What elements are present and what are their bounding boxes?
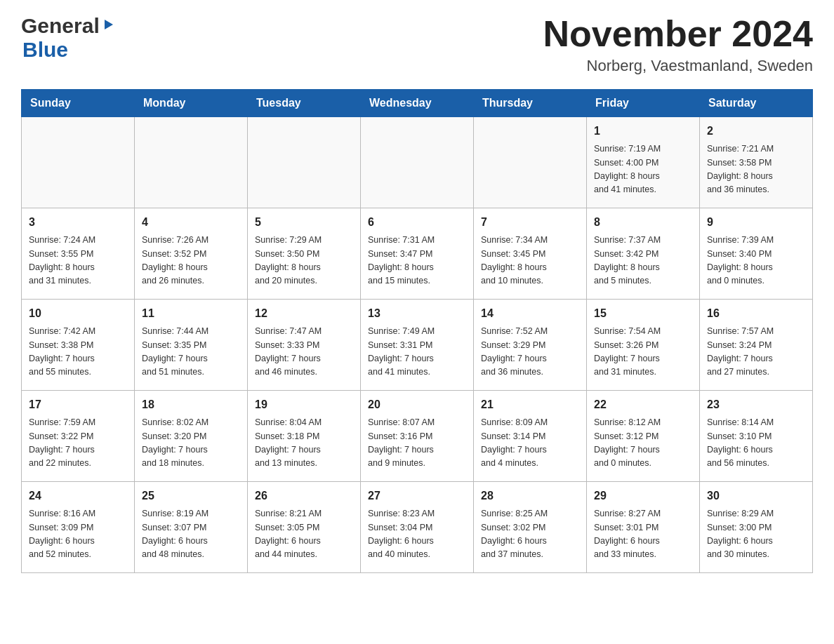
day-info: Sunrise: 7:19 AMSunset: 4:00 PMDaylight:… [594,142,692,197]
calendar-day-cell: 19Sunrise: 8:04 AMSunset: 3:18 PMDayligh… [248,391,361,482]
day-info: Sunrise: 7:44 AMSunset: 3:35 PMDaylight:… [142,325,240,380]
day-number: 4 [142,214,240,231]
day-info: Sunrise: 8:21 AMSunset: 3:05 PMDaylight:… [255,507,353,562]
day-number: 7 [481,214,579,231]
calendar-week-row: 17Sunrise: 7:59 AMSunset: 3:22 PMDayligh… [22,391,813,482]
day-info: Sunrise: 7:52 AMSunset: 3:29 PMDaylight:… [481,325,579,380]
day-number: 9 [707,214,805,231]
calendar-day-cell: 27Sunrise: 8:23 AMSunset: 3:04 PMDayligh… [361,482,474,573]
col-friday: Friday [587,90,700,117]
day-number: 8 [594,214,692,231]
day-info: Sunrise: 8:19 AMSunset: 3:07 PMDaylight:… [142,507,240,562]
calendar-day-cell: 21Sunrise: 8:09 AMSunset: 3:14 PMDayligh… [474,391,587,482]
day-number: 27 [368,488,466,504]
calendar-day-cell: 9Sunrise: 7:39 AMSunset: 3:40 PMDaylight… [700,208,813,300]
calendar-day-cell [361,117,474,208]
day-number: 3 [29,214,127,231]
day-info: Sunrise: 7:31 AMSunset: 3:47 PMDaylight:… [368,234,466,288]
title-section: November 2024 Norberg, Vaestmanland, Swe… [543,14,813,75]
calendar-day-cell: 30Sunrise: 8:29 AMSunset: 3:00 PMDayligh… [700,482,813,573]
logo: General Blue [21,14,114,62]
day-number: 13 [368,305,466,322]
calendar-day-cell [248,117,361,208]
day-info: Sunrise: 8:23 AMSunset: 3:04 PMDaylight:… [368,507,466,562]
col-sunday: Sunday [22,90,135,117]
calendar-day-cell: 23Sunrise: 8:14 AMSunset: 3:10 PMDayligh… [700,391,813,482]
calendar-week-row: 10Sunrise: 7:42 AMSunset: 3:38 PMDayligh… [22,300,813,391]
calendar-day-cell: 3Sunrise: 7:24 AMSunset: 3:55 PMDaylight… [22,208,135,300]
calendar-day-cell [135,117,248,208]
month-title: November 2024 [543,14,813,54]
day-info: Sunrise: 7:49 AMSunset: 3:31 PMDaylight:… [368,325,466,380]
col-wednesday: Wednesday [361,90,474,117]
calendar-day-cell [474,117,587,208]
day-info: Sunrise: 7:24 AMSunset: 3:55 PMDaylight:… [29,234,127,288]
day-info: Sunrise: 7:47 AMSunset: 3:33 PMDaylight:… [255,325,353,380]
logo-blue: Blue [22,38,68,62]
day-number: 17 [29,396,127,413]
day-number: 21 [481,396,579,413]
calendar-day-cell: 11Sunrise: 7:44 AMSunset: 3:35 PMDayligh… [135,300,248,391]
calendar-day-cell: 17Sunrise: 7:59 AMSunset: 3:22 PMDayligh… [22,391,135,482]
day-number: 18 [142,396,240,413]
day-number: 25 [142,488,240,504]
calendar-day-cell: 1Sunrise: 7:19 AMSunset: 4:00 PMDaylight… [587,117,700,208]
day-info: Sunrise: 7:29 AMSunset: 3:50 PMDaylight:… [255,234,353,288]
day-info: Sunrise: 8:09 AMSunset: 3:14 PMDaylight:… [481,416,579,471]
calendar-day-cell: 13Sunrise: 7:49 AMSunset: 3:31 PMDayligh… [361,300,474,391]
day-number: 29 [594,488,692,504]
calendar-day-cell: 7Sunrise: 7:34 AMSunset: 3:45 PMDaylight… [474,208,587,300]
day-info: Sunrise: 8:04 AMSunset: 3:18 PMDaylight:… [255,416,353,471]
calendar-day-cell: 24Sunrise: 8:16 AMSunset: 3:09 PMDayligh… [22,482,135,573]
day-info: Sunrise: 8:14 AMSunset: 3:10 PMDaylight:… [707,416,805,471]
day-number: 20 [368,396,466,413]
calendar-day-cell: 25Sunrise: 8:19 AMSunset: 3:07 PMDayligh… [135,482,248,573]
day-number: 24 [29,488,127,504]
calendar-day-cell: 8Sunrise: 7:37 AMSunset: 3:42 PMDaylight… [587,208,700,300]
calendar-week-row: 3Sunrise: 7:24 AMSunset: 3:55 PMDaylight… [22,208,813,300]
day-number: 22 [594,396,692,413]
calendar-week-row: 24Sunrise: 8:16 AMSunset: 3:09 PMDayligh… [22,482,813,573]
calendar-day-cell: 12Sunrise: 7:47 AMSunset: 3:33 PMDayligh… [248,300,361,391]
logo-arrow-icon [102,18,114,34]
day-number: 12 [255,305,353,322]
calendar-day-cell: 14Sunrise: 7:52 AMSunset: 3:29 PMDayligh… [474,300,587,391]
day-number: 11 [142,305,240,322]
day-info: Sunrise: 8:16 AMSunset: 3:09 PMDaylight:… [29,507,127,562]
calendar-day-cell: 18Sunrise: 8:02 AMSunset: 3:20 PMDayligh… [135,391,248,482]
day-number: 16 [707,305,805,322]
day-number: 6 [368,214,466,231]
calendar-day-cell: 20Sunrise: 8:07 AMSunset: 3:16 PMDayligh… [361,391,474,482]
logo-general: General [21,14,100,38]
day-info: Sunrise: 7:37 AMSunset: 3:42 PMDaylight:… [594,234,692,288]
day-info: Sunrise: 8:12 AMSunset: 3:12 PMDaylight:… [594,416,692,471]
day-number: 10 [29,305,127,322]
calendar-day-cell: 2Sunrise: 7:21 AMSunset: 3:58 PMDaylight… [700,117,813,208]
day-number: 30 [707,488,805,504]
calendar-day-cell: 29Sunrise: 8:27 AMSunset: 3:01 PMDayligh… [587,482,700,573]
calendar-day-cell: 4Sunrise: 7:26 AMSunset: 3:52 PMDaylight… [135,208,248,300]
location-subtitle: Norberg, Vaestmanland, Sweden [543,57,813,75]
day-info: Sunrise: 8:27 AMSunset: 3:01 PMDaylight:… [594,507,692,562]
day-info: Sunrise: 8:07 AMSunset: 3:16 PMDaylight:… [368,416,466,471]
page-header: General Blue November 2024 Norberg, Vaes… [21,14,813,75]
day-info: Sunrise: 8:29 AMSunset: 3:00 PMDaylight:… [707,507,805,562]
day-info: Sunrise: 7:26 AMSunset: 3:52 PMDaylight:… [142,234,240,288]
day-number: 2 [707,123,805,140]
day-number: 26 [255,488,353,504]
day-info: Sunrise: 8:25 AMSunset: 3:02 PMDaylight:… [481,507,579,562]
day-info: Sunrise: 7:34 AMSunset: 3:45 PMDaylight:… [481,234,579,288]
day-number: 5 [255,214,353,231]
calendar-day-cell [22,117,135,208]
col-tuesday: Tuesday [248,90,361,117]
calendar-day-cell: 26Sunrise: 8:21 AMSunset: 3:05 PMDayligh… [248,482,361,573]
day-number: 19 [255,396,353,413]
calendar-day-cell: 28Sunrise: 8:25 AMSunset: 3:02 PMDayligh… [474,482,587,573]
day-number: 28 [481,488,579,504]
day-info: Sunrise: 7:21 AMSunset: 3:58 PMDaylight:… [707,142,805,197]
day-number: 14 [481,305,579,322]
svg-marker-0 [105,20,113,29]
day-number: 1 [594,123,692,140]
calendar-day-cell: 10Sunrise: 7:42 AMSunset: 3:38 PMDayligh… [22,300,135,391]
calendar-day-cell: 15Sunrise: 7:54 AMSunset: 3:26 PMDayligh… [587,300,700,391]
